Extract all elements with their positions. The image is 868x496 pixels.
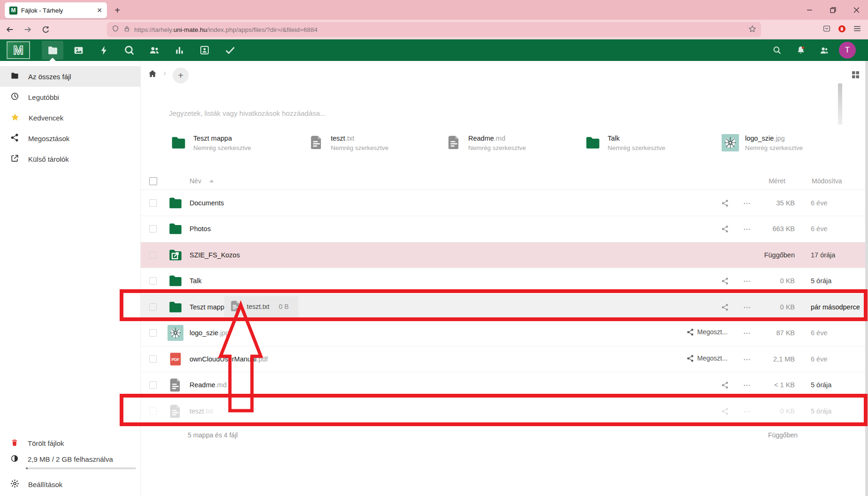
- select-all-checkbox[interactable]: [149, 177, 157, 185]
- file-name[interactable]: Teszt mappa: [190, 294, 228, 320]
- avatar[interactable]: T: [839, 42, 856, 59]
- sidebar-item-settings[interactable]: Beállítások: [0, 474, 141, 495]
- menu-hamburger-icon[interactable]: [853, 24, 861, 35]
- new-tab-button[interactable]: +: [111, 4, 124, 17]
- file-name[interactable]: Readme.md: [190, 372, 227, 398]
- close-window-button[interactable]: [845, 0, 868, 20]
- share-icon[interactable]: [721, 277, 729, 286]
- app-appointments-icon[interactable]: [194, 41, 215, 60]
- unified-search-icon[interactable]: [766, 41, 788, 60]
- row-checkbox[interactable]: [149, 277, 157, 285]
- file-name[interactable]: ownCloudUserManual.pdf: [190, 346, 268, 372]
- recent-card[interactable]: teszt.txtNemrég szerkesztve: [308, 134, 388, 152]
- row-checkbox[interactable]: [149, 225, 157, 233]
- sidebar-item-shares[interactable]: Megosztások: [0, 128, 141, 149]
- sidebar-item-recent[interactable]: Legutóbbi: [0, 87, 141, 107]
- sidebar-item-label: Megosztások: [28, 135, 69, 143]
- tab-title: Fájlok - Tárhely: [21, 7, 94, 14]
- app-contacts-icon[interactable]: [144, 41, 165, 60]
- table-row-szie-fs-kozos[interactable]: SZIE_FS_Kozos Függőben 17 órája: [141, 242, 865, 269]
- table-row-talk[interactable]: Talk 0 KB 5 órája: [141, 268, 865, 294]
- actions-menu-icon[interactable]: [743, 277, 751, 287]
- browser-tab[interactable]: M Fájlok - Tárhely ✕: [5, 2, 107, 18]
- app-search-icon[interactable]: [118, 41, 140, 60]
- file-modified: 6 éve: [811, 190, 827, 216]
- rich-workspace-placeholder[interactable]: Jegyzetek, listák vagy hivatkozások hozz…: [169, 109, 326, 117]
- reload-button[interactable]: [38, 22, 53, 38]
- row-checkbox[interactable]: [149, 329, 157, 337]
- share-icon[interactable]: [721, 303, 729, 313]
- app-activity-icon[interactable]: [93, 41, 114, 60]
- app-analytics-icon[interactable]: [168, 41, 190, 60]
- sidebar-item-favorites[interactable]: Kedvencek: [0, 107, 141, 128]
- actions-menu-icon[interactable]: [743, 199, 751, 209]
- restore-button[interactable]: [821, 0, 845, 20]
- file-modified: 5 órája: [811, 398, 831, 424]
- sidebar-item-label: Az összes fájl: [28, 73, 71, 81]
- adblock-icon[interactable]: [838, 24, 846, 35]
- table-row-owncloud-manual[interactable]: PDF ownCloudUserManual.pdf Megoszt... 2,…: [141, 346, 865, 373]
- column-header-modified[interactable]: Módosítva: [812, 177, 842, 185]
- sidebar-item-label: Legutóbbi: [28, 93, 59, 101]
- actions-menu-icon[interactable]: [743, 303, 751, 313]
- file-name[interactable]: Talk: [190, 268, 202, 294]
- actions-menu-icon[interactable]: [743, 381, 751, 391]
- row-checkbox[interactable]: [149, 199, 157, 207]
- new-file-button[interactable]: +: [173, 68, 189, 83]
- table-row-documents[interactable]: Documents 35 KB 6 éve: [141, 190, 865, 217]
- breadcrumb-home-icon[interactable]: [148, 69, 157, 80]
- bookmark-star-icon[interactable]: [748, 25, 756, 35]
- recent-card[interactable]: logo_szie.jpgNemrég szerkesztve: [722, 134, 803, 153]
- sidebar-item-quota: 2,9 MB / 2 GB felhasználva: [0, 449, 141, 469]
- actions-menu-icon[interactable]: [743, 329, 751, 339]
- minimize-button[interactable]: [798, 0, 821, 20]
- shared-status[interactable]: Megoszt...: [686, 328, 728, 336]
- sidebar-item-all-files[interactable]: Az összes fájl: [0, 66, 141, 87]
- app-files-icon[interactable]: [42, 41, 63, 60]
- trash-icon: [10, 438, 19, 448]
- notifications-bell-icon[interactable]: [790, 41, 812, 60]
- row-checkbox[interactable]: [149, 381, 157, 389]
- site-favicon: M: [9, 7, 17, 15]
- recent-card[interactable]: Readme.mdNemrég szerkesztve: [446, 134, 526, 152]
- actions-menu-icon[interactable]: [743, 225, 751, 235]
- file-modified: 17 órája: [811, 242, 835, 268]
- pocket-icon[interactable]: [822, 24, 831, 35]
- shield-icon[interactable]: [112, 25, 119, 34]
- app-photos-icon[interactable]: [68, 41, 89, 60]
- share-icon[interactable]: [721, 225, 729, 234]
- file-name[interactable]: Documents: [190, 190, 224, 216]
- row-checkbox[interactable]: [149, 355, 157, 363]
- file-name[interactable]: Photos: [190, 216, 211, 242]
- column-header-size[interactable]: Méret: [769, 177, 785, 185]
- mate-logo[interactable]: M: [7, 41, 30, 59]
- table-row-logo-szie[interactable]: logo_szie.jpg Megoszt... 87 KB 6 éve: [141, 320, 865, 346]
- forward-button[interactable]: [20, 22, 36, 38]
- url-bar[interactable]: https://tarhely.uni-mate.hu/index.php/ap…: [107, 22, 761, 37]
- app-tasks-icon[interactable]: [219, 41, 241, 60]
- contacts-menu-icon[interactable]: [813, 41, 835, 60]
- table-row-teszt-txt: teszt.txt 0 KB 5 órája: [141, 398, 865, 425]
- tab-close-icon[interactable]: ✕: [97, 7, 102, 14]
- scrollbar-thumb[interactable]: [838, 83, 842, 125]
- text-file-icon: [168, 403, 183, 419]
- table-row-readme[interactable]: Readme.md < 1 KB 5 órája: [141, 372, 865, 398]
- recent-card[interactable]: TalkNemrég szerkesztve: [584, 134, 665, 153]
- file-size: 0 KB: [780, 268, 795, 294]
- file-name[interactable]: logo_szie.jpg: [190, 320, 229, 346]
- folder-icon: [168, 221, 183, 237]
- grid-view-toggle-icon[interactable]: [852, 71, 859, 80]
- share-icon[interactable]: [721, 381, 729, 391]
- lock-icon[interactable]: [123, 25, 130, 34]
- actions-menu-icon[interactable]: [743, 355, 751, 365]
- shared-status[interactable]: Megoszt...: [686, 354, 728, 362]
- row-checkbox[interactable]: [149, 251, 157, 259]
- table-row-photos[interactable]: Photos 663 KB 6 éve: [141, 216, 865, 242]
- row-checkbox[interactable]: [149, 303, 157, 311]
- column-header-name[interactable]: Név: [190, 177, 201, 185]
- sidebar-item-external-storage[interactable]: Külső tárolók: [0, 149, 141, 169]
- share-icon[interactable]: [721, 199, 729, 209]
- recent-card[interactable]: Teszt mappaNemrég szerkesztve: [170, 134, 251, 153]
- file-name[interactable]: SZIE_FS_Kozos: [190, 242, 240, 268]
- back-button[interactable]: [2, 22, 18, 38]
